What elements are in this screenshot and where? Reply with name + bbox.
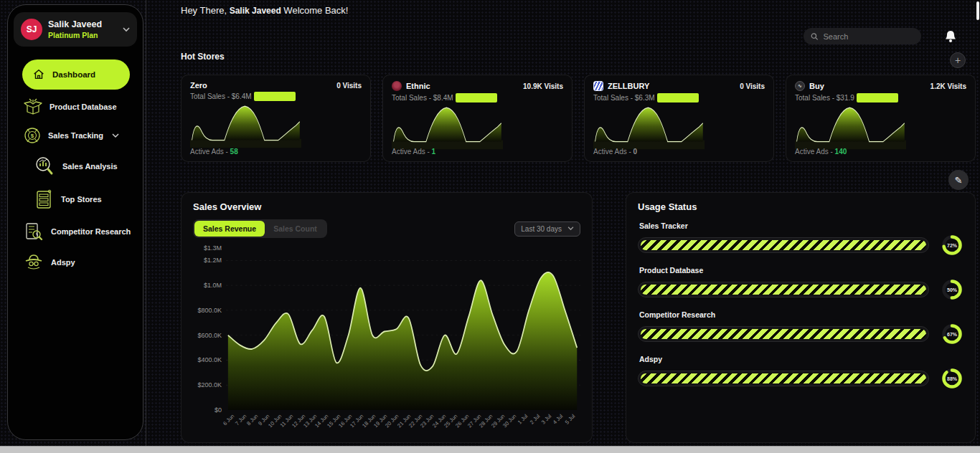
usage-label: Competitor Research [639, 310, 963, 319]
usage-row: Sales Tracker 72% [638, 221, 963, 257]
sales-highlight-box [254, 92, 296, 101]
svg-text:$: $ [31, 133, 34, 139]
sales-highlight-box [857, 93, 898, 102]
usage-row: Product Database 50% [638, 266, 963, 301]
sidebar-item-product-database[interactable]: Product Database [14, 92, 137, 121]
usage-label: Product Database [639, 266, 963, 275]
sidebar-item-label: Top Stores [61, 195, 102, 204]
search-icon [811, 32, 819, 41]
progress-ring: 88% [941, 367, 963, 390]
progress-percent: 67% [941, 323, 963, 345]
store-total-sales: Total Sales - $6.3M [593, 94, 655, 102]
usage-status-panel: Usage Status Sales Tracker 72% Product D… [626, 192, 976, 443]
search-bar[interactable] [804, 28, 921, 44]
top-stores-icon [34, 189, 54, 210]
sidebar-item-sales-tracking[interactable]: $ Sales Tracking [14, 121, 137, 150]
sidebar-item-competitor-research[interactable]: Competitor Research [14, 216, 137, 247]
horizontal-scrollbar[interactable] [0, 446, 980, 453]
y-axis: $0$200.0K$400.0K$600.0K$800.0K$1.0M$1.2M… [193, 248, 226, 410]
sidebar-item-label: Competitor Research [51, 227, 131, 236]
usage-row: Competitor Research 67% [638, 310, 963, 345]
profile-plan: Platinum Plan [48, 31, 102, 39]
home-icon [32, 68, 45, 81]
sidebar: SJ Salik Javeed Platinum Plan Dashboard … [7, 4, 143, 440]
sales-highlight-box [456, 93, 497, 102]
sales-tracking-icon: $ [24, 127, 41, 144]
progress-ring: 67% [941, 323, 963, 345]
store-logo [392, 81, 402, 91]
competitor-research-icon [24, 221, 44, 242]
active-ads-value: 140 [835, 148, 847, 156]
active-ads-value: 0 [633, 148, 638, 156]
greeting: Hey There, Salik Javeed Welcome Back! [181, 5, 348, 16]
hot-stores-title: Hot Stores [181, 52, 225, 62]
store-total-sales: Total Sales - $31.9 [795, 94, 854, 102]
sidebar-item-top-stores[interactable]: Top Stores [14, 183, 137, 216]
active-ads-value: 1 [432, 148, 436, 156]
store-card[interactable]: ZELLBURY 0 Visits Total Sales - $6.3M Ac… [584, 75, 774, 162]
store-logo: ∿ [795, 81, 805, 91]
store-mini-chart [795, 103, 906, 151]
store-card[interactable]: Zero 0 Visits Total Sales - $6.4M Active… [181, 75, 371, 162]
store-visits: 1.2K Visits [930, 82, 966, 90]
active-ads-value: 58 [230, 148, 238, 156]
vertical-scrollbar-thumb[interactable] [976, 1, 979, 20]
hot-stores-row: Zero 0 Visits Total Sales - $6.4M Active… [181, 75, 976, 162]
progress-bar [638, 237, 929, 253]
store-visits: 0 Visits [336, 82, 362, 90]
usage-label: Sales Tracker [639, 221, 963, 230]
bell-icon[interactable] [943, 29, 958, 44]
store-visits: 10.9K Visits [523, 82, 563, 90]
store-logo [593, 81, 603, 91]
store-card[interactable]: Ethnic 10.9K Visits Total Sales - $8.4M … [382, 75, 573, 162]
adspy-icon [24, 253, 44, 272]
store-mini-chart [190, 102, 301, 149]
sidebar-item-adspy[interactable]: Adspy [14, 247, 137, 277]
profile-card[interactable]: SJ Salik Javeed Platinum Plan [14, 12, 137, 47]
store-total-sales: Total Sales - $6.4M [190, 92, 252, 100]
progress-bar [638, 371, 929, 386]
store-name: ZELLBURY [608, 82, 649, 90]
chevron-down-icon [567, 226, 574, 231]
usage-label: Adspy [639, 355, 963, 363]
date-range-select[interactable]: Last 30 days [514, 221, 580, 237]
chevron-down-icon [123, 27, 130, 32]
product-database-icon [24, 98, 42, 115]
store-visits: 0 Visits [740, 82, 765, 90]
profile-name: Salik Javeed [48, 19, 102, 29]
x-axis: 6 Jun7 Jun8 Jun9 Jun10 Jun11 Jun12 Jun13… [226, 413, 580, 437]
store-card[interactable]: ∿ Buy 1.2K Visits Total Sales - $31.9 Ac… [786, 75, 976, 162]
store-mini-chart [593, 103, 705, 151]
progress-bar [638, 282, 929, 297]
main-content: Hey There, Salik Javeed Welcome Back! Ho… [145, 0, 980, 453]
store-total-sales: Total Sales - $8.4M [392, 94, 453, 102]
store-name: Zero [190, 81, 207, 90]
sales-overview-panel: Sales Overview Sales Revenue Sales Count… [181, 192, 593, 443]
avatar: SJ [21, 19, 42, 40]
plus-icon[interactable]: + [950, 52, 966, 68]
sidebar-item-label: Sales Analysis [62, 162, 118, 171]
usage-status-title: Usage Status [638, 201, 963, 212]
chevron-down-icon [112, 133, 119, 138]
sidebar-item-label: Adspy [51, 258, 75, 267]
progress-percent: 50% [941, 278, 963, 301]
sidebar-item-label: Sales Tracking [48, 131, 103, 140]
search-input[interactable] [824, 32, 914, 41]
sidebar-item-label: Product Database [50, 102, 117, 111]
sales-overview-title: Sales Overview [193, 201, 580, 212]
sidebar-item-label: Dashboard [52, 70, 95, 79]
area-chart [226, 248, 580, 410]
sidebar-item-sales-analysis[interactable]: Sales Analysis [14, 150, 137, 183]
edit-icon[interactable]: ✎ [948, 170, 969, 190]
usage-row: Adspy 88% [638, 355, 963, 390]
greeting-username: Salik Javeed [230, 6, 281, 16]
sidebar-item-dashboard[interactable]: Dashboard [22, 59, 130, 90]
store-name: Ethnic [406, 82, 430, 90]
progress-percent: 72% [941, 234, 963, 257]
tab-sales-count[interactable]: Sales Count [265, 221, 326, 237]
progress-ring: 72% [941, 234, 963, 257]
tab-sales-revenue[interactable]: Sales Revenue [194, 221, 265, 237]
sales-chart: $0$200.0K$400.0K$600.0K$800.0K$1.0M$1.2M… [193, 248, 580, 410]
sales-analysis-icon [34, 156, 55, 177]
sales-highlight-box [657, 93, 699, 102]
